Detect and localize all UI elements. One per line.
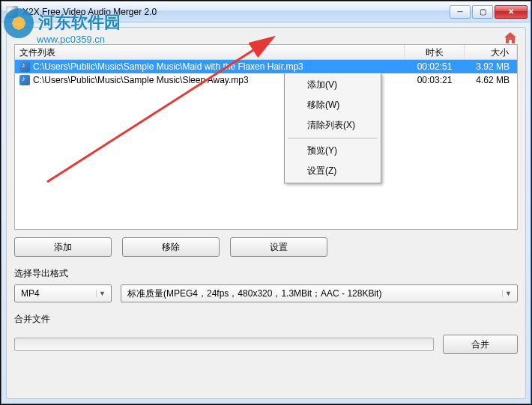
file-size: 4.62 MB <box>465 75 517 85</box>
maximize-button[interactable]: ▢ <box>472 5 493 19</box>
menu-preview[interactable]: 预览(Y) <box>286 141 379 161</box>
minimize-button[interactable]: ─ <box>450 5 471 19</box>
quality-value: 标准质量(MPEG4，24fps，480x320，1.3MBit；AAC - 1… <box>127 287 381 300</box>
context-menu: 添加(V) 移除(W) 清除列表(X) 预览(Y) 设置(Z) <box>284 73 381 183</box>
file-duration: 00:03:21 <box>405 75 465 85</box>
progress-bar <box>14 338 434 351</box>
file-size: 3.92 MB <box>465 61 517 72</box>
close-button[interactable]: ✕ <box>495 5 528 19</box>
format-value: MP4 <box>21 288 40 299</box>
window-title: X2X Free Video Audio Merger 2.0 <box>22 7 450 17</box>
audio-file-icon <box>19 61 30 72</box>
file-duration: 00:02:51 <box>405 61 465 72</box>
menu-clear[interactable]: 清除列表(X) <box>286 115 379 135</box>
menu-settings[interactable]: 设置(Z) <box>286 161 379 181</box>
file-path: C:\Users\Public\Music\Sample Music\Sleep… <box>33 75 249 85</box>
merge-file-label: 合并文件 <box>14 313 518 326</box>
app-icon <box>6 6 18 18</box>
add-button[interactable]: 添加 <box>14 237 112 257</box>
col-header-duration[interactable]: 时长 <box>405 45 465 59</box>
col-header-file[interactable]: 文件列表 <box>15 45 405 59</box>
list-header: 文件列表 时长 大小 <box>15 45 517 60</box>
file-list[interactable]: 文件列表 时长 大小 C:\Users\Public\Music\Sample … <box>14 44 518 230</box>
home-icon[interactable] <box>503 31 518 46</box>
menu-remove[interactable]: 移除(W) <box>286 95 379 115</box>
table-row[interactable]: C:\Users\Public\Music\Sample Music\Sleep… <box>15 73 517 87</box>
merge-button[interactable]: 合并 <box>443 335 518 354</box>
chevron-down-icon: ▼ <box>502 290 514 297</box>
output-format-label: 选择导出格式 <box>14 267 518 280</box>
menu-separator <box>288 138 378 138</box>
table-row[interactable]: C:\Users\Public\Music\Sample Music\Maid … <box>15 60 517 73</box>
menu-add[interactable]: 添加(V) <box>286 75 379 95</box>
titlebar: X2X Free Video Audio Merger 2.0 ─ ▢ ✕ <box>1 1 531 22</box>
chevron-down-icon: ▼ <box>96 290 108 297</box>
audio-file-icon <box>19 75 30 85</box>
remove-button[interactable]: 移除 <box>122 237 220 257</box>
format-combo[interactable]: MP4 ▼ <box>14 284 112 302</box>
file-path: C:\Users\Public\Music\Sample Music\Maid … <box>33 61 303 72</box>
quality-combo[interactable]: 标准质量(MPEG4，24fps，480x320，1.3MBit；AAC - 1… <box>121 284 518 302</box>
settings-button[interactable]: 设置 <box>230 237 327 257</box>
